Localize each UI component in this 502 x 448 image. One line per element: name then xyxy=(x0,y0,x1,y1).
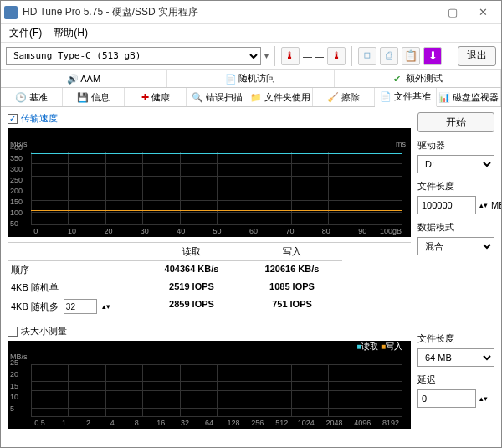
r4k-multi-write: 751 IOPS xyxy=(242,296,342,317)
r4k-single-label: 4KB 随机单 xyxy=(8,279,141,296)
tab-file-benchmark[interactable]: 📄文件基准 xyxy=(375,88,437,107)
tab-health[interactable]: ✚健康 xyxy=(125,88,187,106)
options-icon[interactable]: ⬇ xyxy=(423,47,442,65)
app-icon xyxy=(4,6,18,19)
save-icon[interactable]: 📋 xyxy=(402,47,420,65)
menu-help[interactable]: 帮助(H) xyxy=(50,24,91,42)
file-length-input[interactable] xyxy=(417,196,476,214)
drive-dropdown[interactable]: Samsung Type-C (513 gB) xyxy=(6,47,261,65)
drive-label: 驱动器 xyxy=(417,139,494,152)
random-icon: 📄 xyxy=(225,74,235,84)
extra-icon: ✔ xyxy=(392,74,402,84)
exit-button[interactable]: 退出 xyxy=(458,46,496,66)
toolbar: Samsung Type-C (513 gB) ▾ 🌡 — — 🌡 ⧉ ⎙ 📋 … xyxy=(1,43,501,70)
screenshot-icon[interactable]: ⎙ xyxy=(380,47,398,65)
close-button[interactable]: ✕ xyxy=(468,3,498,23)
tab-disk-monitor[interactable]: 📊磁盘监视器 xyxy=(437,88,501,106)
file-length-label: 文件长度 xyxy=(417,180,494,193)
r4k-single-write: 1085 IOPS xyxy=(242,279,342,296)
window-title: HD Tune Pro 5.75 - 硬盘/SSD 实用程序 xyxy=(23,5,407,19)
menu-file[interactable]: 文件(F) xyxy=(6,24,45,42)
file-bench-icon: 📄 xyxy=(380,91,392,102)
temperature-dash: — — xyxy=(303,51,324,61)
tab-info[interactable]: 💾信息 xyxy=(63,88,125,106)
tab-folder-usage[interactable]: 📁文件夹使用 xyxy=(248,88,313,106)
stepper-icon[interactable]: ▴▾ xyxy=(479,394,488,403)
seq-read-value: 404364 KB/s xyxy=(141,261,242,279)
tab-aam[interactable]: 🔊AAM xyxy=(1,70,167,87)
block-size-chart: ■读取 ■写入 MB/s 25 20 15 10 5 0.5 1 2 4 8 1… xyxy=(8,341,411,429)
delay-label: 延迟 xyxy=(417,373,494,386)
read-header: 读取 xyxy=(141,243,242,261)
speaker-icon: 🔊 xyxy=(67,74,77,84)
queue-depth-input[interactable] xyxy=(64,299,97,314)
temperature-warn-icon[interactable]: 🌡 xyxy=(327,47,346,65)
tab-extra-tests[interactable]: ✔额外测试 xyxy=(335,70,501,87)
health-icon: ✚ xyxy=(141,92,149,103)
stepper-icon[interactable]: ▴▾ xyxy=(479,201,488,209)
seq-write-value: 120616 KB/s xyxy=(242,261,342,279)
r4k-multi-label: 4KB 随机多 xyxy=(11,301,59,313)
benchmark-icon: 🕒 xyxy=(15,92,27,103)
r4k-single-read: 2519 IOPS xyxy=(141,279,242,296)
thermometer-icon[interactable]: 🌡 xyxy=(281,47,300,65)
scan-icon: 🔍 xyxy=(192,92,203,103)
erase-icon: 🧹 xyxy=(327,92,339,103)
minimize-button[interactable]: — xyxy=(407,3,438,23)
data-mode-label: 数据模式 xyxy=(417,221,494,234)
block-size-header: 块大小测量 xyxy=(8,325,411,337)
monitor-icon: 📊 xyxy=(438,92,450,103)
stepper-icon[interactable]: ▴▾ xyxy=(102,302,110,311)
block-size-checkbox[interactable] xyxy=(8,327,18,337)
folder-icon: 📁 xyxy=(250,92,262,103)
data-mode-select[interactable]: 混合 xyxy=(417,237,494,255)
chevron-down-icon[interactable]: ▾ xyxy=(264,51,269,60)
transfer-rate-header: 传输速度 xyxy=(8,112,411,125)
tab-erase[interactable]: 🧹擦除 xyxy=(313,88,375,106)
block-file-length-select[interactable]: 64 MB xyxy=(417,348,494,367)
seq-label: 顺序 xyxy=(8,261,141,279)
results-table: 读取 写入 顺序 404364 KB/s 120616 KB/s 4KB 随机单… xyxy=(8,242,411,317)
tab-random-access[interactable]: 📄随机访问 xyxy=(167,70,334,87)
start-button[interactable]: 开始 xyxy=(417,112,494,132)
transfer-rate-checkbox[interactable] xyxy=(8,114,18,124)
title-bar: HD Tune Pro 5.75 - 硬盘/SSD 实用程序 — ▢ ✕ xyxy=(1,1,501,24)
maximize-button[interactable]: ▢ xyxy=(438,3,468,23)
tab-benchmark[interactable]: 🕒基准 xyxy=(1,88,63,106)
copy-icon[interactable]: ⧉ xyxy=(358,47,376,65)
block-file-length-label: 文件长度 xyxy=(417,332,494,345)
tabs-top: 🔊AAM 📄随机访问 ✔额外测试 xyxy=(1,70,501,88)
tab-error-scan[interactable]: 🔍错误扫描 xyxy=(187,88,248,106)
write-header: 写入 xyxy=(242,243,342,261)
r4k-multi-read: 2859 IOPS xyxy=(141,296,242,317)
drive-letter-select[interactable]: D: xyxy=(417,155,494,173)
delay-input[interactable] xyxy=(417,389,476,408)
tabs-main: 🕒基准 💾信息 ✚健康 🔍错误扫描 📁文件夹使用 🧹擦除 📄文件基准 📊磁盘监视… xyxy=(1,88,501,107)
info-icon: 💾 xyxy=(77,92,89,103)
transfer-rate-chart: MB/s ms 400 350 300 250 200 150 100 50 0… xyxy=(8,128,411,237)
menu-bar: 文件(F) 帮助(H) xyxy=(1,24,501,43)
